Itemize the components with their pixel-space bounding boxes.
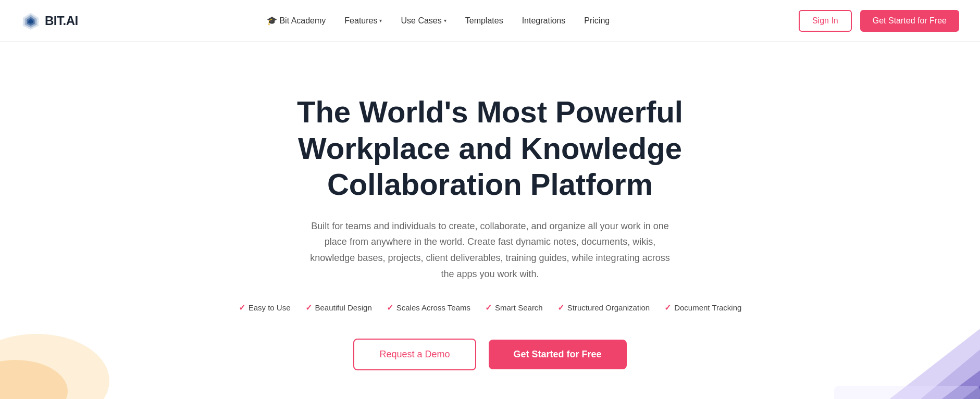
nav-pricing[interactable]: Pricing bbox=[584, 16, 610, 26]
nav-pricing-label: Pricing bbox=[584, 16, 610, 26]
hero-title-line2: Workplace and Knowledge Collaboration Pl… bbox=[298, 131, 682, 202]
check-icon-smart-search: ✓ bbox=[485, 303, 492, 313]
signin-button[interactable]: Sign In bbox=[799, 10, 852, 32]
check-icon-document-tracking: ✓ bbox=[664, 303, 671, 313]
nav-actions: Sign In Get Started for Free bbox=[799, 10, 959, 32]
feature-structured-organization-label: Structured Organization bbox=[567, 303, 650, 312]
logo[interactable]: BIT.AI bbox=[21, 11, 78, 31]
feature-easy-to-use: ✓ Easy to Use bbox=[239, 303, 291, 313]
cta-buttons: Request a Demo Get Started for Free bbox=[353, 339, 626, 370]
feature-scales-across-teams: ✓ Scales Across Teams bbox=[387, 303, 470, 313]
feature-smart-search: ✓ Smart Search bbox=[485, 303, 543, 313]
blob-right-decoration bbox=[834, 297, 980, 399]
nav-bit-academy-label: Bit Academy bbox=[279, 16, 326, 26]
feature-beautiful-design-label: Beautiful Design bbox=[315, 303, 372, 312]
get-started-nav-button[interactable]: Get Started for Free bbox=[860, 10, 959, 32]
hero-title: The World's Most Powerful Workplace and … bbox=[256, 94, 725, 203]
check-icon-easy-to-use: ✓ bbox=[239, 303, 245, 313]
nav-features[interactable]: Features ▾ bbox=[344, 16, 382, 26]
logo-ai: .AI bbox=[63, 14, 78, 28]
hero-title-line1: The World's Most Powerful bbox=[297, 95, 683, 129]
features-chevron-icon: ▾ bbox=[379, 18, 382, 23]
check-icon-structured-organization: ✓ bbox=[557, 303, 564, 313]
nav-use-cases-label: Use Cases bbox=[401, 16, 441, 26]
logo-bit: BIT bbox=[45, 14, 63, 28]
feature-structured-organization: ✓ Structured Organization bbox=[557, 303, 650, 313]
feature-beautiful-design: ✓ Beautiful Design bbox=[305, 303, 372, 313]
hero-section: The World's Most Powerful Workplace and … bbox=[0, 42, 980, 399]
nav-links: 🎓 Bit Academy Features ▾ Use Cases ▾ Tem… bbox=[267, 16, 610, 26]
nav-features-label: Features bbox=[344, 16, 377, 26]
nav-bit-academy[interactable]: 🎓 Bit Academy bbox=[267, 16, 326, 26]
get-started-hero-button[interactable]: Get Started for Free bbox=[489, 340, 627, 369]
check-icon-scales-across-teams: ✓ bbox=[387, 303, 393, 313]
blob-left-decoration bbox=[0, 287, 115, 399]
feature-document-tracking: ✓ Document Tracking bbox=[664, 303, 741, 313]
logo-icon bbox=[21, 11, 41, 31]
nav-use-cases[interactable]: Use Cases ▾ bbox=[401, 16, 446, 26]
feature-scales-across-teams-label: Scales Across Teams bbox=[396, 303, 470, 312]
nav-integrations[interactable]: Integrations bbox=[522, 16, 566, 26]
use-cases-chevron-icon: ▾ bbox=[444, 18, 446, 23]
feature-smart-search-label: Smart Search bbox=[495, 303, 543, 312]
nav-templates[interactable]: Templates bbox=[465, 16, 503, 26]
nav-templates-label: Templates bbox=[465, 16, 503, 26]
request-demo-button[interactable]: Request a Demo bbox=[353, 339, 476, 370]
navbar: BIT.AI 🎓 Bit Academy Features ▾ Use Case… bbox=[0, 0, 980, 42]
feature-easy-to-use-label: Easy to Use bbox=[249, 303, 291, 312]
academy-icon: 🎓 bbox=[267, 16, 277, 26]
feature-badges: ✓ Easy to Use ✓ Beautiful Design ✓ Scale… bbox=[239, 303, 742, 313]
feature-document-tracking-label: Document Tracking bbox=[674, 303, 741, 312]
svg-rect-10 bbox=[834, 386, 980, 399]
check-icon-beautiful-design: ✓ bbox=[305, 303, 312, 313]
nav-integrations-label: Integrations bbox=[522, 16, 566, 26]
hero-subtitle: Built for teams and individuals to creat… bbox=[303, 218, 678, 282]
